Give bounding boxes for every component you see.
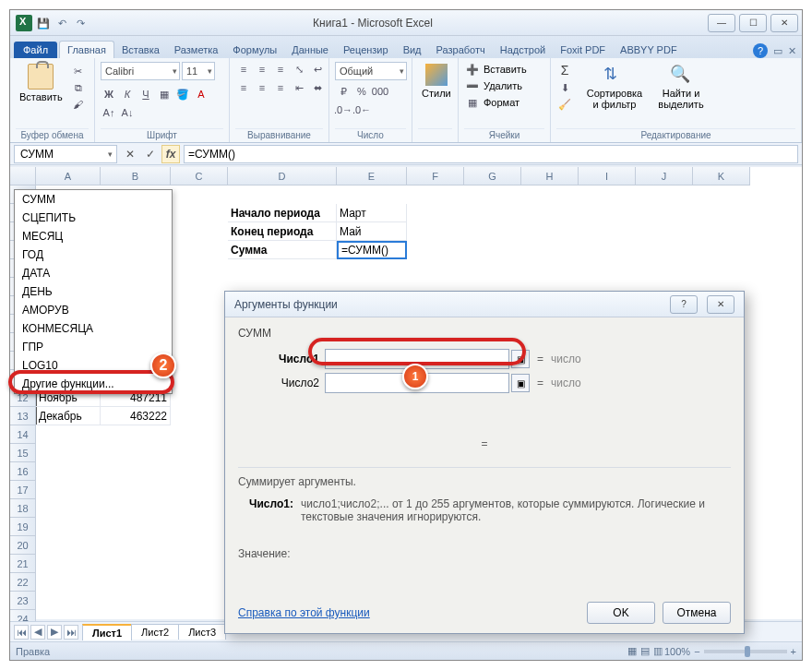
func-other[interactable]: Другие функции... (15, 375, 172, 393)
ribbon-minimize-icon[interactable]: ▭ (773, 45, 782, 57)
sheet-tab[interactable]: Лист2 (131, 624, 179, 640)
dialog-help-link[interactable]: Справка по этой функции (238, 606, 370, 619)
tab-layout[interactable]: Разметка (167, 42, 226, 58)
shrink-font-icon[interactable]: A↓ (119, 105, 136, 120)
dialog-ok-button[interactable]: OK (587, 602, 655, 624)
zoom-slider[interactable] (704, 650, 787, 653)
select-all-corner[interactable] (10, 167, 36, 185)
copy-icon[interactable]: ⧉ (70, 80, 87, 95)
col-header[interactable]: K (693, 167, 750, 185)
func-item[interactable]: ГОД (15, 245, 172, 264)
italic-icon[interactable]: К (119, 87, 136, 102)
dec-decimal-icon[interactable]: .0← (353, 102, 370, 117)
row-header[interactable]: 18 (10, 499, 36, 518)
tab-file[interactable]: Файл (14, 42, 57, 58)
fill-color-icon[interactable]: 🪣 (174, 87, 191, 102)
func-item[interactable]: СЦЕПИТЬ (15, 209, 172, 227)
indent-dec-icon[interactable]: ⇤ (291, 80, 307, 95)
align-top-icon[interactable]: ≡ (235, 62, 252, 77)
col-header[interactable]: D (228, 167, 337, 185)
zoom-out-button[interactable]: − (694, 646, 699, 657)
arg1-ref-button[interactable]: ▣ (511, 350, 530, 368)
tab-data[interactable]: Данные (284, 42, 336, 58)
col-header[interactable]: E (337, 167, 407, 185)
col-header[interactable]: F (407, 167, 464, 185)
formula-input[interactable]: =СУММ() (184, 145, 798, 163)
tab-addins[interactable]: Надстрой (493, 42, 553, 58)
dialog-titlebar[interactable]: Аргументы функции ? ✕ (225, 292, 744, 317)
align-center-icon[interactable]: ≡ (254, 80, 270, 95)
tab-review[interactable]: Рецензир (336, 42, 396, 58)
minimize-button[interactable]: — (708, 14, 735, 32)
row-header[interactable]: 13 (10, 407, 36, 425)
cell[interactable]: Декабрь (36, 407, 101, 425)
func-item[interactable]: КОНМЕСЯЦА (15, 319, 172, 338)
col-header[interactable]: A (36, 167, 101, 185)
row-header[interactable]: 15 (10, 444, 36, 462)
sheet-nav-next-icon[interactable]: ▶ (47, 625, 62, 640)
redo-icon[interactable]: ↷ (73, 16, 88, 30)
dialog-close-button[interactable]: ✕ (707, 295, 734, 314)
col-header[interactable]: H (521, 167, 579, 185)
align-left-icon[interactable]: ≡ (235, 80, 252, 95)
bold-icon[interactable]: Ж (101, 87, 117, 102)
cell[interactable]: Май (337, 222, 407, 241)
align-bottom-icon[interactable]: ≡ (272, 62, 289, 77)
number-format-combo[interactable]: Общий (335, 62, 407, 80)
tab-formulas[interactable]: Формулы (225, 42, 284, 58)
func-item[interactable]: АМОРУВ (15, 301, 172, 319)
row-header[interactable]: 17 (10, 481, 36, 499)
arg2-input[interactable] (325, 373, 509, 393)
help-icon[interactable]: ? (753, 43, 768, 58)
undo-icon[interactable]: ↶ (54, 16, 69, 30)
row-header[interactable]: 23 (10, 592, 36, 610)
cell[interactable]: Конец периода (228, 222, 337, 241)
cut-icon[interactable]: ✂ (70, 64, 87, 78)
tab-abbyy[interactable]: ABBYY PDF (613, 42, 685, 58)
zoom-in-button[interactable]: + (791, 646, 796, 657)
insert-function-button[interactable]: fx (161, 145, 180, 163)
dialog-help-button[interactable]: ? (670, 295, 698, 314)
tab-foxit[interactable]: Foxit PDF (553, 42, 613, 58)
align-middle-icon[interactable]: ≡ (254, 62, 270, 77)
cancel-formula-button[interactable]: ✕ (121, 145, 139, 163)
function-dropdown[interactable]: СУММ СЦЕПИТЬ МЕСЯЦ ГОД ДАТА ДЕНЬ АМОРУВ … (14, 189, 173, 394)
maximize-button[interactable]: ☐ (739, 14, 767, 32)
col-header[interactable]: B (101, 167, 171, 185)
format-painter-icon[interactable]: 🖌 (70, 97, 87, 112)
paste-button[interactable]: Вставить (16, 62, 66, 104)
dialog-cancel-button[interactable]: Отмена (663, 602, 731, 624)
view-normal-icon[interactable]: ▦ (627, 645, 637, 657)
cells-insert-button[interactable]: ➕Вставить (464, 62, 527, 77)
tab-view[interactable]: Вид (396, 42, 429, 58)
tab-developer[interactable]: Разработч (429, 42, 493, 58)
doc-close-icon[interactable]: ✕ (788, 45, 796, 57)
currency-icon[interactable]: ₽ (335, 84, 352, 99)
merge-icon[interactable]: ⬌ (309, 80, 326, 95)
enter-formula-button[interactable]: ✓ (141, 145, 160, 163)
border-icon[interactable]: ▦ (156, 87, 173, 102)
cell[interactable]: 463222 (101, 407, 171, 425)
font-name-combo[interactable]: Calibri (101, 62, 180, 80)
view-pagebreak-icon[interactable]: ▥ (653, 645, 663, 657)
func-item[interactable]: ГПР (15, 338, 172, 356)
clear-icon[interactable]: 🧹 (556, 97, 573, 112)
row-header[interactable]: 20 (10, 536, 36, 555)
font-size-combo[interactable]: 11 (182, 62, 215, 80)
view-layout-icon[interactable]: ▤ (640, 645, 650, 657)
sheet-tab[interactable]: Лист1 (82, 624, 132, 640)
comma-icon[interactable]: 000 (372, 84, 388, 99)
col-header[interactable]: I (579, 167, 636, 185)
func-item[interactable]: LOG10 (15, 356, 172, 375)
save-icon[interactable]: 💾 (36, 16, 51, 30)
func-item[interactable]: МЕСЯЦ (15, 227, 172, 245)
close-button[interactable]: ✕ (770, 14, 798, 32)
underline-icon[interactable]: Ч (137, 87, 154, 102)
row-header[interactable]: 21 (10, 555, 36, 573)
func-item[interactable]: СУММ (15, 190, 172, 209)
orientation-icon[interactable]: ⤡ (291, 62, 307, 77)
percent-icon[interactable]: % (353, 84, 370, 99)
sheet-tab[interactable]: Лист3 (178, 624, 226, 640)
autosum-icon[interactable]: Σ (556, 62, 573, 78)
row-header[interactable]: 14 (10, 425, 36, 444)
